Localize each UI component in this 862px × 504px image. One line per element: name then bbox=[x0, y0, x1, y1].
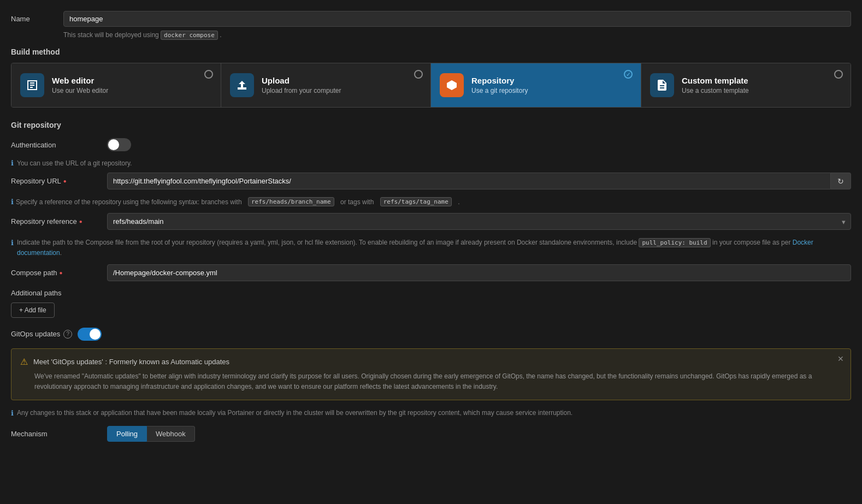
method-repository[interactable]: Repository Use a git repository bbox=[431, 63, 641, 107]
auth-info-note: ℹ You can use the URL of a git repositor… bbox=[11, 159, 851, 167]
ref-note-code1: refs/heads/branch_name bbox=[248, 197, 334, 206]
alert-body: We've renamed "Automatic updates" to bet… bbox=[20, 371, 842, 392]
build-methods-container: Web editor Use our Web editor Upload Upl… bbox=[11, 63, 851, 108]
repository-text: Repository Use a git repository bbox=[471, 76, 528, 94]
custom-template-title: Custom template bbox=[682, 76, 749, 85]
method-upload-radio[interactable] bbox=[414, 70, 423, 79]
overwrite-note-text: Any changes to this stack or application… bbox=[17, 408, 572, 418]
compose-note-text: Indicate the path to the Compose file fr… bbox=[17, 238, 851, 258]
deploy-code: docker compose bbox=[161, 31, 218, 40]
repo-ref-select-wrapper: refs/heads/main ▾ bbox=[107, 213, 851, 230]
custom-template-icon bbox=[650, 73, 674, 97]
web-editor-subtitle: Use our Web editor bbox=[52, 87, 108, 94]
auth-info-text: You can use the URL of a git repository. bbox=[17, 159, 132, 167]
deploy-note: This stack will be deployed using docker… bbox=[11, 31, 851, 39]
repository-icon bbox=[440, 73, 464, 97]
auth-toggle[interactable] bbox=[107, 138, 131, 151]
method-web-editor-radio[interactable] bbox=[204, 70, 213, 79]
overwrite-info-icon: ℹ bbox=[11, 408, 14, 419]
build-method-title: Build method bbox=[11, 48, 851, 56]
method-upload[interactable]: Upload Upload from your computer bbox=[221, 63, 431, 107]
additional-paths-label: Additional paths bbox=[11, 289, 851, 297]
name-row: Name bbox=[11, 11, 851, 27]
method-custom-template[interactable]: Custom template Use a custom template bbox=[641, 63, 851, 107]
mechanism-label: Mechanism bbox=[11, 430, 98, 438]
upload-text: Upload Upload from your computer bbox=[262, 76, 341, 94]
mechanism-polling-tab[interactable]: Polling bbox=[107, 426, 147, 442]
compose-path-row: Compose path ● bbox=[11, 264, 851, 281]
compose-note-icon: ℹ bbox=[11, 238, 14, 248]
mechanism-tabs: Polling Webhook bbox=[107, 426, 195, 442]
auth-label: Authentication bbox=[11, 141, 98, 149]
alert-close-button[interactable]: ✕ bbox=[837, 354, 844, 363]
auth-row: Authentication bbox=[11, 138, 851, 151]
compose-note: ℹ Indicate the path to the Compose file … bbox=[11, 238, 851, 258]
method-web-editor[interactable]: Web editor Use our Web editor bbox=[11, 63, 221, 107]
repo-url-row: Repository URL ● ↻ bbox=[11, 173, 851, 189]
repository-subtitle: Use a git repository bbox=[471, 87, 528, 94]
repo-ref-label: Repository reference ● bbox=[11, 217, 98, 226]
repo-url-label: Repository URL ● bbox=[11, 177, 98, 185]
svg-marker-0 bbox=[447, 80, 457, 90]
mechanism-row: Mechanism Polling Webhook bbox=[11, 426, 851, 442]
repo-url-input-group: ↻ bbox=[107, 173, 851, 189]
repo-ref-select[interactable]: refs/heads/main bbox=[107, 213, 851, 230]
info-icon: ℹ bbox=[11, 159, 14, 167]
alert-header: ⚠ Meet 'GitOps updates' : Formerly known… bbox=[20, 357, 842, 367]
web-editor-title: Web editor bbox=[52, 76, 108, 85]
ref-note: ℹ Specify a reference of the repository … bbox=[11, 197, 851, 206]
gitops-alert-box: ✕ ⚠ Meet 'GitOps updates' : Formerly kno… bbox=[11, 348, 851, 400]
compose-path-input[interactable] bbox=[107, 264, 851, 281]
web-editor-text: Web editor Use our Web editor bbox=[52, 76, 108, 94]
ref-info-icon: ℹ bbox=[11, 198, 14, 206]
git-section-title: Git repository bbox=[11, 121, 851, 129]
name-input[interactable] bbox=[63, 11, 851, 27]
method-repository-radio[interactable] bbox=[624, 70, 633, 79]
web-editor-icon bbox=[20, 73, 44, 97]
upload-title: Upload bbox=[262, 76, 341, 85]
required-dot: ● bbox=[63, 178, 67, 184]
gitops-row: GitOps updates ? bbox=[11, 328, 851, 341]
compose-path-label: Compose path ● bbox=[11, 269, 98, 277]
main-container: Name This stack will be deployed using d… bbox=[0, 0, 862, 453]
custom-template-text: Custom template Use a custom template bbox=[682, 76, 749, 94]
gitops-help-icon[interactable]: ? bbox=[63, 330, 72, 339]
repo-ref-row: Repository reference ● refs/heads/main ▾ bbox=[11, 213, 851, 230]
alert-warning-icon: ⚠ bbox=[20, 357, 28, 367]
upload-subtitle: Upload from your computer bbox=[262, 87, 341, 94]
ref-note-code2: refs/tags/tag_name bbox=[380, 197, 452, 206]
repo-url-input[interactable] bbox=[107, 173, 831, 189]
repository-title: Repository bbox=[471, 76, 528, 85]
repo-ref-required-dot: ● bbox=[79, 218, 82, 224]
overwrite-note: ℹ Any changes to this stack or applicati… bbox=[11, 408, 851, 419]
name-label: Name bbox=[11, 15, 55, 23]
gitops-label: GitOps updates ? bbox=[11, 330, 72, 339]
repo-url-refresh-button[interactable]: ↻ bbox=[831, 173, 851, 189]
alert-title: Meet 'GitOps updates' : Formerly known a… bbox=[33, 358, 229, 366]
compose-required-dot: ● bbox=[60, 270, 63, 276]
compose-note-code: pull_policy: build bbox=[639, 238, 710, 247]
custom-template-subtitle: Use a custom template bbox=[682, 87, 749, 94]
add-file-button[interactable]: + Add file bbox=[11, 303, 55, 318]
mechanism-webhook-tab[interactable]: Webhook bbox=[147, 426, 195, 442]
method-custom-template-radio[interactable] bbox=[834, 70, 843, 79]
gitops-toggle[interactable] bbox=[78, 328, 102, 341]
upload-icon bbox=[230, 73, 254, 97]
